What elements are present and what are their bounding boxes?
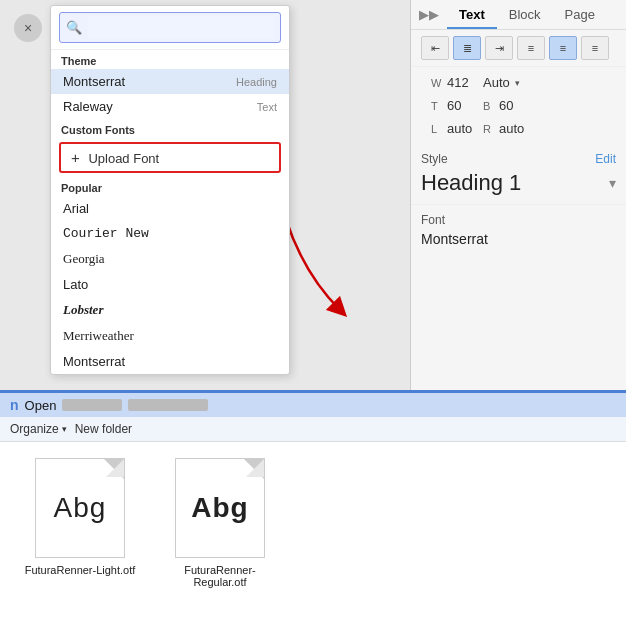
dialog-toolbar: Organize ▾ New folder [0, 417, 626, 442]
tab-page[interactable]: Page [553, 2, 607, 29]
new-folder-btn[interactable]: New folder [75, 422, 132, 436]
close-icon: × [24, 20, 32, 36]
upload-plus-icon: + [71, 149, 80, 166]
more-align-btn[interactable]: ≡ [581, 36, 609, 60]
font-item-lobster[interactable]: Lobster [51, 297, 289, 323]
tab-block[interactable]: Block [497, 2, 553, 29]
upload-font-item[interactable]: + Upload Font [71, 149, 269, 166]
justify-btn[interactable]: ≡ [517, 36, 545, 60]
file-name-1: FuturaRenner-Regular.otf [160, 564, 280, 588]
font-section: Font Montserrat [411, 205, 626, 255]
font-tag-heading: Heading [236, 76, 277, 88]
font-item-lato[interactable]: Lato [51, 272, 289, 297]
style-edit-btn[interactable]: Edit [595, 152, 616, 166]
file-icon-0: Abg [35, 458, 125, 558]
size-row-tblr: T 60 B 60 [421, 94, 616, 117]
dialog-action-blurred [128, 399, 208, 411]
file-fold-0 [106, 459, 124, 477]
custom-section-label: Custom Fonts [51, 119, 289, 138]
file-area: Abg FuturaRenner-Light.otf Abg FuturaRen… [0, 442, 626, 604]
file-dialog: n Open Organize ▾ New folder Abg FuturaR… [0, 390, 626, 642]
align-left-icon: ⇤ [431, 42, 440, 55]
b-label: B [483, 100, 495, 112]
align-right-icon: ⇥ [495, 42, 504, 55]
font-name: Montserrat [63, 74, 125, 89]
t-value: 60 [447, 98, 477, 113]
text-style-icon: ≡ [560, 42, 566, 54]
popular-section-label: Popular [51, 177, 289, 196]
b-group: B 60 [483, 98, 529, 113]
font-item-raleway[interactable]: Raleway Text [51, 94, 289, 119]
dialog-app-icon: n [10, 397, 19, 413]
file-item-1[interactable]: Abg FuturaRenner-Regular.otf [160, 458, 280, 588]
font-item-montserrat[interactable]: Montserrat Heading [51, 69, 289, 94]
file-name-0: FuturaRenner-Light.otf [25, 564, 136, 576]
size-row-wh: W 412 Auto ▾ [421, 71, 616, 94]
l-group: L auto [431, 121, 477, 136]
file-text-1: Abg [191, 492, 248, 524]
height-group: Auto ▾ [483, 75, 520, 90]
align-right-btn[interactable]: ⇥ [485, 36, 513, 60]
search-box: 🔍 [51, 6, 289, 50]
font-name: Raleway [63, 99, 113, 114]
w-label: W [431, 77, 443, 89]
align-center-icon: ≣ [463, 42, 472, 55]
editor-area: × 🔍 Theme Montserrat Heading Raleway Tex… [0, 0, 626, 390]
width-group: W 412 [431, 75, 477, 90]
heading-selector: Heading 1 ▾ [411, 168, 626, 205]
new-folder-label: New folder [75, 422, 132, 436]
l-label: L [431, 123, 443, 135]
size-row-lr: L auto R auto [421, 117, 616, 140]
theme-section-label: Theme [51, 50, 289, 69]
r-label: R [483, 123, 495, 135]
file-text-0: Abg [54, 492, 107, 524]
upload-font-section[interactable]: + Upload Font [59, 142, 281, 173]
font-item-arial[interactable]: Arial [51, 196, 289, 221]
font-name-value: Montserrat [421, 231, 616, 247]
panel-tabs: ▶▶ Text Block Page [411, 0, 626, 30]
search-input[interactable] [88, 16, 274, 39]
justify-icon: ≡ [528, 42, 534, 54]
b-value: 60 [499, 98, 529, 113]
w-value: 412 [447, 75, 477, 90]
organize-dropdown-icon: ▾ [62, 424, 67, 434]
align-left-btn[interactable]: ⇤ [421, 36, 449, 60]
font-dropdown: 🔍 Theme Montserrat Heading Raleway Text … [50, 5, 290, 375]
heading-value: Heading 1 [421, 170, 609, 196]
dialog-path-blurred [62, 399, 122, 411]
organize-btn[interactable]: Organize ▾ [10, 422, 67, 436]
search-icon: 🔍 [66, 20, 82, 35]
r-group: R auto [483, 121, 529, 136]
dimensions-section: W 412 Auto ▾ T 60 B 60 [411, 67, 626, 144]
font-tag-text: Text [257, 101, 277, 113]
font-section-label: Font [421, 213, 616, 227]
align-center-btn[interactable]: ≣ [453, 36, 481, 60]
l-value: auto [447, 121, 477, 136]
file-icon-1: Abg [175, 458, 265, 558]
font-item-montserrat2[interactable]: Montserrat [51, 349, 289, 374]
dialog-title: Open [25, 398, 57, 413]
more-align-icon: ≡ [592, 42, 598, 54]
tab-text[interactable]: Text [447, 2, 497, 29]
tabs-arrow-icon: ▶▶ [411, 2, 447, 29]
font-panel: × 🔍 Theme Montserrat Heading Raleway Tex… [0, 0, 410, 390]
upload-font-label: Upload Font [88, 151, 159, 166]
font-item-georgia[interactable]: Georgia [51, 246, 289, 272]
font-item-courier[interactable]: Courier New [51, 221, 289, 246]
popular-fonts-list: Arial Courier New Georgia Lato Lobster M… [51, 196, 289, 374]
h-dropdown-icon[interactable]: ▾ [515, 78, 520, 88]
heading-dropdown-icon[interactable]: ▾ [609, 175, 616, 191]
close-button[interactable]: × [14, 14, 42, 42]
text-style-btn[interactable]: ≡ [549, 36, 577, 60]
dialog-title-bar: n Open [0, 393, 626, 417]
align-row: ⇤ ≣ ⇥ ≡ ≡ ≡ [411, 30, 626, 67]
t-label: T [431, 100, 443, 112]
file-fold-1 [246, 459, 264, 477]
r-value: auto [499, 121, 529, 136]
h-value: Auto [483, 75, 513, 90]
file-item-0[interactable]: Abg FuturaRenner-Light.otf [20, 458, 140, 588]
font-item-merriweather[interactable]: Merriweather [51, 323, 289, 349]
style-label: Style [421, 152, 448, 166]
organize-label: Organize [10, 422, 59, 436]
style-row: Style Edit [411, 144, 626, 168]
